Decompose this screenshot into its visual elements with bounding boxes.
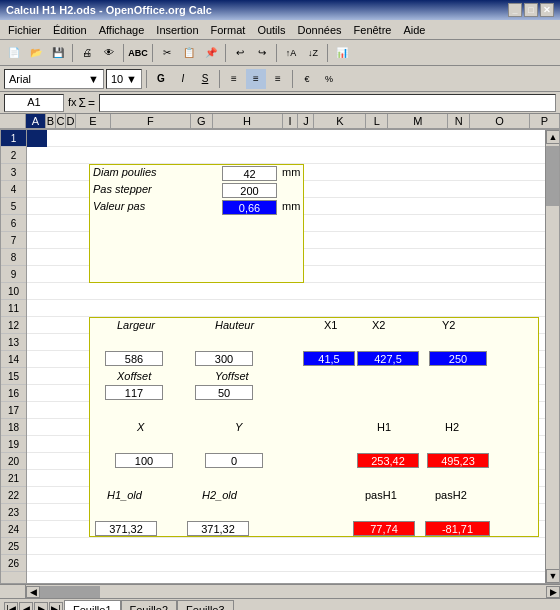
paste-button[interactable]: 📌 — [201, 43, 221, 63]
redo-button[interactable]: ↪ — [252, 43, 272, 63]
input-largeur[interactable]: 586 — [105, 351, 163, 366]
selected-cell-A1[interactable] — [27, 130, 47, 147]
menu-insertion[interactable]: Insertion — [152, 23, 202, 37]
close-button[interactable]: ✕ — [540, 3, 554, 17]
col-header-A[interactable]: A — [26, 114, 46, 128]
font-dropdown-icon[interactable]: ▼ — [88, 73, 99, 85]
col-header-K[interactable]: K — [314, 114, 366, 128]
label-pash1: pasH1 — [365, 487, 397, 504]
fx-icon[interactable]: fx — [68, 96, 77, 110]
col-header-L[interactable]: L — [366, 114, 388, 128]
tab-prev-btn[interactable]: ◀ — [19, 602, 33, 611]
input-h2old[interactable]: 371,32 — [187, 521, 249, 536]
h-scroll-track[interactable] — [40, 586, 546, 598]
minimize-button[interactable]: _ — [508, 3, 522, 17]
input-xoffset[interactable]: 117 — [105, 385, 163, 400]
col-header-G[interactable]: G — [191, 114, 213, 128]
preview-button[interactable]: 👁 — [99, 43, 119, 63]
scroll-down-btn[interactable]: ▼ — [546, 569, 559, 583]
font-name-box[interactable]: Arial ▼ — [4, 69, 104, 89]
cell-reference[interactable]: A1 — [4, 94, 64, 112]
underline-button[interactable]: S — [195, 69, 215, 89]
menu-fenetre[interactable]: Fenêtre — [350, 23, 396, 37]
menu-edition[interactable]: Édition — [49, 23, 91, 37]
font-size-box[interactable]: 10 ▼ — [106, 69, 142, 89]
size-dropdown-icon[interactable]: ▼ — [126, 73, 137, 85]
col-header-M[interactable]: M — [388, 114, 448, 128]
input-y2[interactable]: 250 — [429, 351, 487, 366]
input-pash1[interactable]: 77,74 — [353, 521, 415, 536]
col-header-F[interactable]: F — [111, 114, 191, 128]
tab-last-btn[interactable]: ▶| — [49, 602, 63, 611]
menu-format[interactable]: Format — [207, 23, 250, 37]
tab-first-btn[interactable]: |◀ — [4, 602, 18, 611]
col-header-I[interactable]: I — [283, 114, 299, 128]
scroll-up-btn[interactable]: ▲ — [546, 130, 559, 144]
input-h2[interactable]: 495,23 — [427, 453, 489, 468]
italic-button[interactable]: I — [173, 69, 193, 89]
menu-donnees[interactable]: Données — [294, 23, 346, 37]
align-left-button[interactable]: ≡ — [224, 69, 244, 89]
tab-feuille3[interactable]: Feuille3 — [177, 600, 234, 611]
spell-button[interactable]: ABC — [128, 43, 148, 63]
unit-diam-poulies: mm — [282, 164, 300, 181]
tab-next-btn[interactable]: ▶ — [34, 602, 48, 611]
open-button[interactable]: 📂 — [26, 43, 46, 63]
formula-input[interactable] — [99, 94, 556, 112]
sigma-icon[interactable]: Σ — [79, 96, 86, 110]
input-y[interactable]: 0 — [205, 453, 263, 468]
maximize-button[interactable]: □ — [524, 3, 538, 17]
col-header-D[interactable]: D — [66, 114, 76, 128]
col-header-O[interactable]: O — [470, 114, 530, 128]
grid-area[interactable]: Diam poulies 42 mm Pas stepper 200 Valeu… — [27, 130, 559, 583]
menu-fichier[interactable]: Fichier — [4, 23, 45, 37]
input-x2[interactable]: 427,5 — [357, 351, 419, 366]
tab-feuille2[interactable]: Feuille2 — [121, 600, 178, 611]
row-num-6: 6 — [1, 215, 26, 232]
save-button[interactable]: 💾 — [48, 43, 68, 63]
label-h1: H1 — [377, 419, 391, 436]
h-scroll-thumb[interactable] — [40, 586, 100, 598]
equals-icon[interactable]: = — [88, 96, 95, 110]
align-center-button[interactable]: ≡ — [246, 69, 266, 89]
col-header-C[interactable]: C — [56, 114, 66, 128]
v-scrollbar[interactable]: ▲ ▼ — [545, 130, 559, 583]
col-header-B[interactable]: B — [46, 114, 56, 128]
menu-affichage[interactable]: Affichage — [95, 23, 149, 37]
col-header-P[interactable]: P — [530, 114, 560, 128]
copy-button[interactable]: 📋 — [179, 43, 199, 63]
new-button[interactable]: 📄 — [4, 43, 24, 63]
h-scrollbar[interactable]: ◀ ▶ — [26, 585, 560, 598]
print-button[interactable]: 🖨 — [77, 43, 97, 63]
input-pas-stepper[interactable]: 200 — [222, 183, 277, 198]
menu-aide[interactable]: Aide — [399, 23, 429, 37]
col-header-J[interactable]: J — [298, 114, 314, 128]
input-h1[interactable]: 253,42 — [357, 453, 419, 468]
input-pash2[interactable]: -81,71 — [425, 521, 490, 536]
input-diam-poulies[interactable]: 42 — [222, 166, 277, 181]
bold-button[interactable]: G — [151, 69, 171, 89]
input-valeur-pas[interactable]: 0,66 — [222, 200, 277, 215]
chart-button[interactable]: 📊 — [332, 43, 352, 63]
undo-button[interactable]: ↩ — [230, 43, 250, 63]
scroll-left-btn[interactable]: ◀ — [26, 586, 40, 598]
sort-desc-button[interactable]: ↓Z — [303, 43, 323, 63]
align-right-button[interactable]: ≡ — [268, 69, 288, 89]
tab-feuille1[interactable]: Feuille1 — [64, 600, 121, 611]
cut-button[interactable]: ✂ — [157, 43, 177, 63]
percent-button[interactable]: % — [319, 69, 339, 89]
input-x1[interactable]: 41,5 — [303, 351, 355, 366]
col-header-E[interactable]: E — [76, 114, 111, 128]
sort-asc-button[interactable]: ↑A — [281, 43, 301, 63]
input-yoffset[interactable]: 50 — [195, 385, 253, 400]
col-header-H[interactable]: H — [213, 114, 283, 128]
scroll-thumb[interactable] — [546, 146, 559, 206]
input-h1old[interactable]: 371,32 — [95, 521, 157, 536]
scroll-right-btn[interactable]: ▶ — [546, 586, 560, 598]
currency-button[interactable]: € — [297, 69, 317, 89]
input-x[interactable]: 100 — [115, 453, 173, 468]
menu-outils[interactable]: Outils — [253, 23, 289, 37]
row-num-17: 17 — [1, 402, 26, 419]
col-header-N[interactable]: N — [448, 114, 470, 128]
input-hauteur[interactable]: 300 — [195, 351, 253, 366]
